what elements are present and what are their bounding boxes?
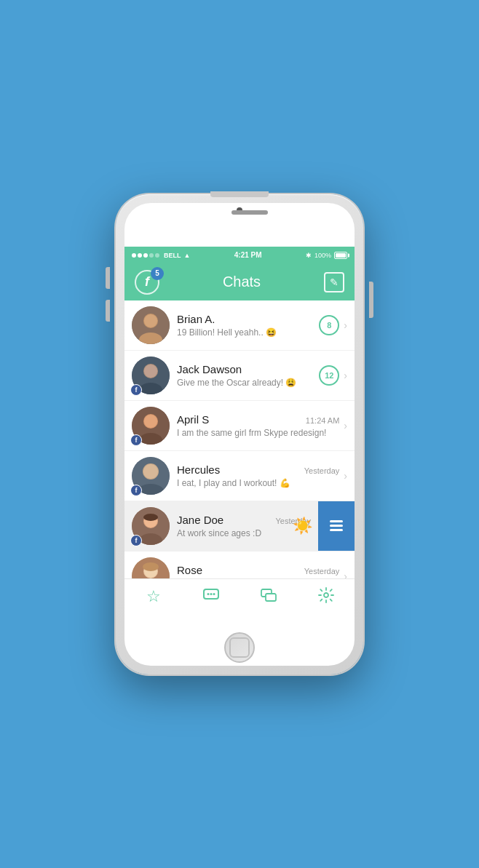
avatar-rose (132, 557, 170, 578)
app-screen: BELL ▲ 4:21 PM ✱ 100% f 5 Chats (124, 247, 355, 615)
power-button[interactable] (369, 282, 373, 318)
chat-item-rose[interactable]: f Rose Yesterday Jack, Come back!!! 💔 📺 … (124, 552, 355, 578)
home-button-inner (229, 637, 250, 658)
chat-item-jack[interactable]: f Jack Dawson Give me the Oscar already!… (124, 351, 355, 401)
chat-time-hercules: Yesterday (304, 466, 340, 475)
avatar-svg-brian (132, 306, 170, 344)
avatar-wrap-jane: f (132, 507, 170, 545)
swipe-action-jane[interactable] (318, 501, 355, 551)
nav-item-settings[interactable] (297, 579, 355, 615)
chat-icon (203, 589, 219, 605)
chat-preview-jack: Give me the Oscar already! 😩 (177, 378, 314, 388)
chat-preview-jane: At work since ages :D (177, 528, 311, 538)
facebook-icon[interactable]: f 5 (135, 270, 159, 295)
status-bar: BELL ▲ 4:21 PM ✱ 100% (124, 247, 355, 264)
avatar-wrap-rose: f (132, 557, 170, 578)
chat-right-jack: 12 › (319, 365, 347, 386)
signal-dot-4 (149, 253, 154, 258)
chat-content-brian: Brian A. 19 Billion! Hell yeahh.. 😆 (177, 313, 314, 338)
chat-top-april: April S 11:24 AM (177, 413, 339, 426)
battery-fill (336, 253, 346, 258)
fb-letter: f (145, 274, 149, 290)
chat-name-hercules: Hercules (177, 463, 220, 476)
fb-badge-hercules: f (130, 485, 142, 496)
chat-preview-brian: 19 Billion! Hell yeahh.. 😆 (177, 327, 314, 338)
chat-time-april: 11:24 AM (306, 416, 339, 425)
chat-right-hercules: › (344, 470, 347, 482)
chat-preview-april: I am the same girl frm Skype redesign! (177, 428, 339, 438)
compose-button[interactable]: ✎ (324, 272, 344, 292)
chat-top-rose: Rose Yesterday (177, 564, 339, 576)
battery-percent: 100% (314, 252, 331, 259)
fb-badge-jane: f (130, 535, 142, 546)
avatar-wrap-brian (132, 306, 170, 344)
fb-badge-jack: f (130, 384, 142, 396)
chevron-icon-brian: › (344, 319, 347, 331)
avatar-wrap-april: f (132, 407, 170, 445)
compose-icon-glyph: ✎ (330, 276, 339, 288)
sun-emoji-jane: ☀️ (293, 517, 312, 535)
chat-top-jack: Jack Dawson (177, 363, 314, 375)
status-time: 4:21 PM (234, 251, 262, 259)
chat-content-rose: Rose Yesterday Jack, Come back!!! 💔 📺 (177, 564, 339, 578)
svg-point-3 (144, 314, 157, 327)
chat-top-hercules: Hercules Yesterday (177, 463, 339, 476)
svg-point-37 (210, 593, 212, 595)
swipe-bar-3 (330, 529, 343, 531)
bottom-navigation: ☆ (124, 578, 355, 615)
chat-preview-hercules: I eat, I play and I workout! 💪 (177, 478, 339, 488)
svg-point-41 (324, 593, 328, 597)
svg-point-7 (144, 365, 157, 378)
chevron-icon-jack: › (344, 370, 347, 381)
chat-content-april: April S 11:24 AM I am the same girl frm … (177, 413, 339, 438)
bluetooth-icon: ✱ (306, 252, 312, 259)
chat-item-april[interactable]: f April S 11:24 AM I am the same girl fr… (124, 401, 355, 451)
chevron-icon-april: › (344, 420, 347, 431)
fb-badge-april: f (130, 434, 142, 446)
star-icon: ☆ (146, 587, 161, 606)
unread-badge-jack: 12 (319, 365, 339, 386)
svg-point-15 (143, 464, 158, 479)
app-header: f 5 Chats ✎ (124, 264, 355, 300)
nav-item-chat[interactable] (182, 579, 239, 615)
settings-icon (318, 587, 334, 607)
chat-item-jane[interactable]: f Jane Doe Yesterday At work since ages … (124, 501, 355, 552)
chat-name-jane: Jane Doe (177, 514, 223, 526)
unread-badge-brian: 8 (319, 315, 339, 335)
chat-name-april: April S (177, 413, 209, 426)
chat-time-rose: Yesterday (304, 567, 340, 576)
chat-item-brian[interactable]: Brian A. 19 Billion! Hell yeahh.. 😆 8 › (124, 300, 355, 351)
notification-badge: 5 (151, 267, 164, 280)
chat-item-hercules[interactable]: f Hercules Yesterday I eat, I play and I… (124, 451, 355, 501)
signal-dot-5 (155, 253, 159, 258)
phone-device: BELL ▲ 4:21 PM ✱ 100% f 5 Chats (116, 194, 363, 674)
nav-item-favorites[interactable]: ☆ (124, 579, 182, 615)
nav-item-groups[interactable] (239, 579, 297, 615)
phone-top-bar (210, 191, 269, 197)
status-right: ✱ 100% (306, 252, 347, 259)
volume-down-button[interactable] (106, 300, 110, 322)
signal-dot-1 (132, 253, 136, 258)
home-button[interactable] (224, 632, 255, 663)
chat-content-jack: Jack Dawson Give me the Oscar already! 😩 (177, 363, 314, 388)
chat-name-brian: Brian A. (177, 313, 215, 325)
svg-point-38 (213, 593, 215, 595)
chat-right-brian: 8 › (319, 315, 347, 335)
avatar-wrap-jack: f (132, 357, 170, 394)
volume-up-button[interactable] (106, 267, 110, 289)
chat-content-hercules: Hercules Yesterday I eat, I play and I w… (177, 463, 339, 488)
battery-icon (334, 252, 347, 259)
avatar-svg-rose (132, 557, 170, 578)
swipe-bars-icon (330, 520, 343, 531)
carrier-label: BELL (164, 252, 181, 259)
chat-right-rose: › (344, 570, 347, 578)
avatar-brian (132, 306, 170, 344)
app-title: Chats (223, 274, 261, 290)
chat-top-brian: Brian A. (177, 313, 314, 325)
chat-name-jack: Jack Dawson (177, 363, 242, 375)
status-left: BELL ▲ (132, 252, 190, 259)
chat-list: Brian A. 19 Billion! Hell yeahh.. 😆 8 › (124, 300, 355, 578)
chat-top-jane: Jane Doe Yesterday (177, 514, 311, 526)
chat-content-jane: Jane Doe Yesterday At work since ages :D (177, 514, 311, 538)
signal-dot-2 (138, 253, 142, 258)
